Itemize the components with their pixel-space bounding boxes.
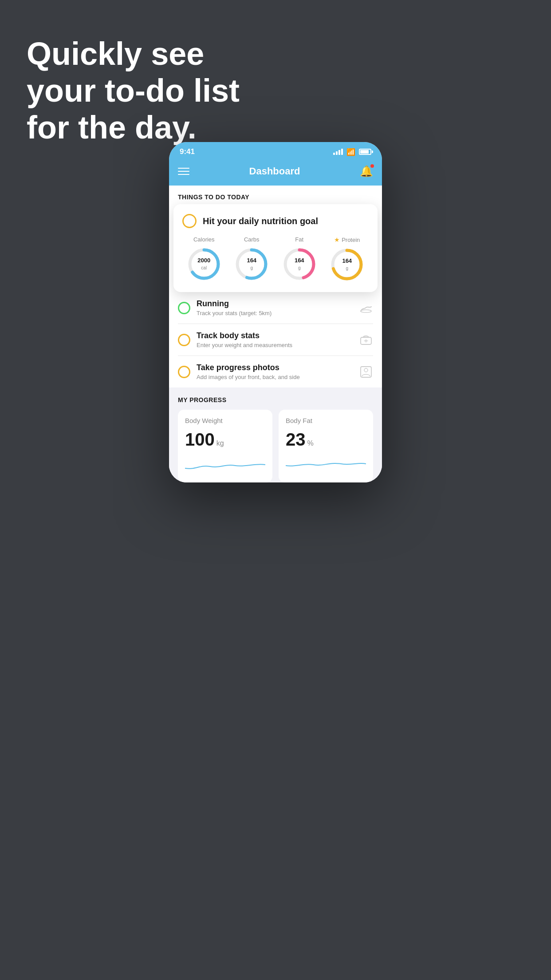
carbs-label: Carbs bbox=[244, 236, 260, 243]
body-weight-chart bbox=[185, 456, 265, 474]
status-bar: 9:41 📶 bbox=[169, 142, 382, 159]
body-stats-subtitle: Enter your weight and measurements bbox=[197, 342, 353, 348]
battery-icon bbox=[359, 149, 371, 155]
nutrition-card-title: Hit your daily nutrition goal bbox=[203, 216, 318, 226]
progress-section: MY PROGRESS Body Weight 100 kg Body Fat bbox=[169, 387, 382, 482]
nutrition-circles: Calories 2000cal Carbs bbox=[182, 236, 369, 282]
fat-value: 164g bbox=[295, 257, 304, 271]
calories-value: 2000cal bbox=[197, 257, 210, 271]
nutrition-card: Hit your daily nutrition goal Calories 2… bbox=[173, 204, 378, 292]
hero-headline: Quickly see your to-do list for the day. bbox=[27, 36, 240, 146]
body-fat-value: 23 % bbox=[286, 430, 366, 450]
body-fat-chart bbox=[286, 456, 366, 474]
nutrition-item-calories: Calories 2000cal bbox=[186, 236, 222, 282]
nutrition-item-fat: Fat 164g bbox=[282, 236, 317, 282]
nav-bar: Dashboard 🔔 bbox=[169, 159, 382, 186]
notification-button[interactable]: 🔔 bbox=[360, 165, 373, 178]
svg-point-8 bbox=[361, 310, 371, 312]
dashboard-content: THINGS TO DO TODAY Hit your daily nutrit… bbox=[169, 186, 382, 482]
scale-icon bbox=[359, 333, 373, 347]
calories-label: Calories bbox=[193, 236, 215, 243]
menu-button[interactable] bbox=[178, 168, 189, 175]
nutrition-card-header: Hit your daily nutrition goal bbox=[182, 214, 369, 228]
phone-mockup: 9:41 📶 Dashboard 🔔 THINGS TO DO TODAY bbox=[169, 142, 382, 482]
body-stats-title: Track body stats bbox=[197, 331, 353, 340]
protein-value: 164g bbox=[342, 257, 352, 271]
svg-point-13 bbox=[364, 368, 368, 372]
todo-item-running[interactable]: Running Track your stats (target: 5km) bbox=[178, 292, 373, 324]
body-stats-circle bbox=[178, 334, 190, 346]
body-stats-text: Track body stats Enter your weight and m… bbox=[197, 331, 353, 348]
body-weight-card: Body Weight 100 kg bbox=[178, 410, 272, 482]
photos-title: Take progress photos bbox=[197, 363, 353, 372]
nutrition-circle-check bbox=[182, 214, 197, 228]
body-weight-value: 100 kg bbox=[185, 430, 265, 450]
fat-label: Fat bbox=[295, 236, 303, 243]
body-fat-card: Body Fat 23 % bbox=[279, 410, 373, 482]
protein-label: ★ Protein bbox=[334, 236, 360, 243]
calories-donut: 2000cal bbox=[186, 246, 222, 282]
running-text: Running Track your stats (target: 5km) bbox=[197, 299, 353, 316]
photos-text: Take progress photos Add images of your … bbox=[197, 363, 353, 380]
running-circle bbox=[178, 302, 190, 314]
person-icon bbox=[359, 365, 373, 379]
nutrition-item-protein: ★ Protein 164g bbox=[329, 236, 365, 282]
body-fat-unit: % bbox=[307, 439, 314, 447]
progress-cards: Body Weight 100 kg Body Fat 23 % bbox=[178, 410, 373, 482]
notification-badge bbox=[370, 164, 374, 168]
star-icon: ★ bbox=[334, 236, 340, 243]
todo-list: Running Track your stats (target: 5km) T… bbox=[169, 292, 382, 387]
fat-donut: 164g bbox=[282, 246, 317, 282]
body-weight-number: 100 bbox=[185, 430, 215, 450]
running-icon bbox=[359, 301, 373, 315]
status-icons: 📶 bbox=[333, 148, 371, 156]
nutrition-item-carbs: Carbs 164g bbox=[234, 236, 269, 282]
running-subtitle: Track your stats (target: 5km) bbox=[197, 310, 353, 316]
photos-subtitle: Add images of your front, back, and side bbox=[197, 374, 353, 380]
nav-title: Dashboard bbox=[249, 166, 300, 177]
signal-icon bbox=[333, 149, 343, 155]
body-fat-title: Body Fat bbox=[286, 417, 366, 424]
body-weight-title: Body Weight bbox=[185, 417, 265, 424]
carbs-value: 164g bbox=[247, 257, 256, 271]
photos-circle bbox=[178, 366, 190, 378]
running-title: Running bbox=[197, 299, 353, 308]
todo-item-photos[interactable]: Take progress photos Add images of your … bbox=[178, 356, 373, 387]
progress-header: MY PROGRESS bbox=[178, 396, 373, 403]
status-time: 9:41 bbox=[180, 147, 195, 156]
wifi-icon: 📶 bbox=[346, 148, 355, 156]
todo-item-body-stats[interactable]: Track body stats Enter your weight and m… bbox=[178, 324, 373, 356]
protein-donut: 164g bbox=[329, 247, 365, 282]
body-weight-unit: kg bbox=[216, 439, 224, 447]
section-header: THINGS TO DO TODAY bbox=[169, 186, 382, 204]
carbs-donut: 164g bbox=[234, 246, 269, 282]
body-fat-number: 23 bbox=[286, 430, 306, 450]
